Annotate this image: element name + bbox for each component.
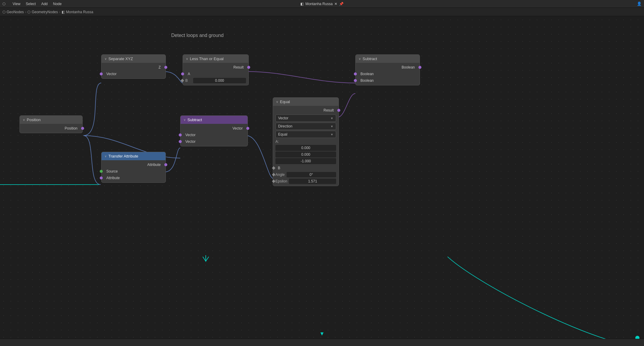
window-title-area: ◧ Montanha Russa ✕ 📌	[300, 2, 344, 6]
node-transfer-attribute-title: Transfer Attribute	[108, 154, 138, 158]
chevron-icon: ∨	[184, 118, 186, 121]
equal-angle-value[interactable]: 0°	[287, 172, 336, 177]
node-subtract-main-title: Subtract	[187, 118, 202, 122]
pin-icon[interactable]: 📌	[339, 2, 344, 6]
node-equal-title: Equal	[280, 100, 290, 104]
menu-view[interactable]: View	[10, 1, 23, 7]
less-than-b-row: B 0.000	[183, 77, 248, 84]
equal-dropdown-vector-label: Vector	[278, 116, 288, 120]
subtract-main-input-vector1: Vector	[181, 132, 248, 138]
subtract-right-output-boolean: Boolean	[356, 64, 420, 71]
breadcrumb-item-2[interactable]: GeometryNodes	[32, 10, 58, 14]
node-equal-body: Result Vector ▼ Direction ▼ Equal ▼ A: 0…	[273, 106, 339, 186]
node-canvas[interactable]: Detect loops and ground ∨ Position	[0, 16, 644, 346]
transfer-attribute-source-label: Source	[106, 169, 118, 173]
subtract-main-vector1-label: Vector	[185, 133, 196, 137]
less-than-b-value[interactable]: 0.000	[193, 78, 246, 83]
user-icon[interactable]: 👤	[637, 2, 642, 6]
separate-xyz-vector-label: Vector	[106, 72, 117, 76]
position-output-position: Position	[20, 125, 82, 132]
menu-node[interactable]: Node	[51, 1, 64, 7]
node-subtract-right-body: Boolean Boolean Boolean	[356, 63, 420, 85]
equal-section-a: A:	[273, 139, 339, 144]
subtract-right-input-boolean1: Boolean	[356, 71, 420, 77]
breadcrumb-icon-3: ◧	[62, 10, 65, 14]
menu-bar: View Select Add Node	[8, 1, 66, 7]
node-equal: ∨ Equal Result Vector ▼ Direction ▼ Equa…	[273, 97, 339, 186]
transfer-attribute-attribute-label: Attribute	[106, 176, 120, 180]
equal-result-label: Result	[324, 108, 334, 112]
equal-dropdown-vector[interactable]: Vector ▼	[275, 115, 336, 122]
breadcrumb-item-1[interactable]: GeoNodes	[7, 10, 24, 14]
equal-a-value-2[interactable]: -1.000	[275, 158, 336, 164]
node-less-than-equal: ∨ Less Than or Equal Result A B 0.000	[183, 54, 249, 85]
node-separate-xyz-body: Z Vector	[102, 63, 166, 78]
equal-a-value-0[interactable]: 0.000	[275, 145, 336, 151]
node-subtract-right-header: ∨ Subtract	[356, 55, 420, 63]
chevron-down-icon: ▼	[330, 125, 333, 128]
node-position-title: Position	[27, 118, 41, 122]
subtract-main-input-vector2: Vector	[181, 138, 248, 145]
equal-a-value-1[interactable]: 0.000	[275, 152, 336, 158]
window-title: Montanha Russa	[305, 2, 333, 6]
transfer-attribute-output-attribute: Attribute	[102, 161, 166, 168]
equal-dropdown-direction-label: Direction	[278, 124, 292, 128]
transfer-attribute-input-attribute: Attribute	[102, 175, 166, 181]
equal-dropdown-equal[interactable]: Equal ▼	[275, 131, 336, 138]
chevron-icon: ∨	[105, 155, 107, 158]
bottom-bar	[0, 339, 644, 346]
bottom-arrow-indicator: ▼	[319, 331, 325, 337]
chevron-icon: ∨	[359, 57, 361, 60]
node-position-header: ∨ Position	[20, 116, 82, 124]
less-than-result-label: Result	[233, 65, 244, 69]
top-bar-right: 👤	[637, 2, 644, 6]
group-label: Detect loops and ground	[171, 33, 223, 38]
transfer-attribute-input-source: Source	[102, 168, 166, 175]
less-than-output-result: Result	[183, 64, 248, 71]
node-transfer-attribute-body: Attribute Source Attribute	[102, 160, 166, 182]
less-than-input-a: A	[183, 71, 248, 77]
equal-epsilon-row: Epsilon 1.571	[273, 178, 339, 185]
less-than-a-label: A	[188, 72, 190, 76]
equal-dropdown-direction[interactable]: Direction ▼	[275, 123, 336, 130]
node-less-than-equal-title: Less Than or Equal	[190, 57, 224, 61]
subtract-right-boolean1-label: Boolean	[360, 72, 374, 76]
equal-dropdown-equal-label: Equal	[278, 132, 287, 136]
subtract-right-boolean-out-label: Boolean	[402, 65, 415, 69]
subtract-right-input-boolean2: Boolean	[356, 77, 420, 84]
equal-b-label: B	[278, 166, 280, 170]
subtract-main-vector-out-label: Vector	[232, 126, 243, 130]
node-separate-xyz-header: ∨ Separate XYZ	[102, 55, 166, 63]
app-icon-area: ⬡	[0, 2, 8, 6]
position-output-label: Position	[65, 126, 77, 130]
separate-xyz-input-vector: Vector	[102, 71, 166, 77]
menu-select[interactable]: Select	[23, 1, 38, 7]
node-separate-xyz-title: Separate XYZ	[108, 57, 133, 61]
menu-add[interactable]: Add	[39, 1, 50, 7]
chevron-icon: ∨	[105, 57, 107, 60]
node-separate-xyz: ∨ Separate XYZ Z Vector	[101, 54, 166, 79]
node-position: ∨ Position Position	[20, 115, 83, 133]
breadcrumb-sep-1: ›	[25, 10, 26, 14]
node-position-body: Position	[20, 124, 82, 133]
node-transfer-attribute: ∨ Transfer Attribute Attribute Source At…	[101, 152, 166, 183]
node-subtract-main: ∨ Subtract Vector Vector Vector	[180, 115, 248, 146]
separate-xyz-output-z: Z	[102, 64, 166, 71]
node-subtract-right: ∨ Subtract Boolean Boolean Boolean	[355, 54, 420, 85]
subtract-main-vector2-label: Vector	[185, 139, 196, 144]
close-icon[interactable]: ✕	[334, 2, 337, 6]
blender-icon: ⬡	[2, 2, 5, 6]
chevron-down-icon: ▼	[330, 117, 333, 120]
equal-input-b: B	[273, 165, 339, 171]
node-equal-header: ∨ Equal	[273, 98, 339, 106]
subtract-right-boolean2-label: Boolean	[360, 78, 374, 83]
chevron-icon: ∨	[276, 100, 278, 103]
breadcrumb-item-3: Montanha Russa	[66, 10, 93, 14]
breadcrumb-icon-1: ⬡	[2, 10, 5, 14]
transfer-attribute-out-label: Attribute	[147, 163, 161, 167]
equal-epsilon-value[interactable]: 1.571	[289, 179, 336, 184]
node-less-than-equal-header: ∨ Less Than or Equal	[183, 55, 248, 63]
less-than-b-label: B	[185, 78, 191, 83]
breadcrumb-icon-2: ⬡	[27, 10, 30, 14]
node-subtract-main-header: ∨ Subtract	[181, 116, 248, 124]
